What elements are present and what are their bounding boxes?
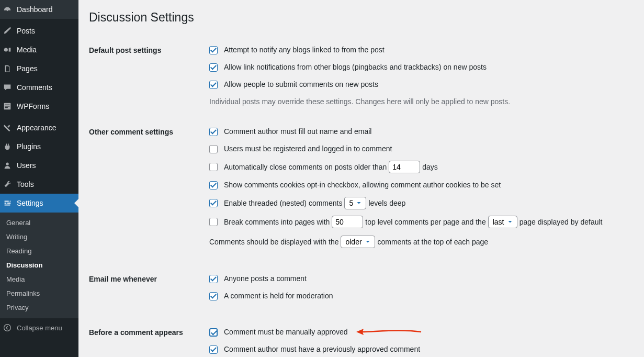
select-comment-order[interactable]: older — [341, 236, 375, 248]
svg-point-3 — [6, 163, 8, 165]
section-heading-default-post: Default post settings — [89, 35, 204, 117]
label-email-anyone: Anyone posts a comment — [224, 273, 307, 284]
plugins-icon — [2, 141, 13, 152]
select-default-page[interactable]: last — [488, 216, 517, 228]
checkbox-paginate[interactable] — [209, 218, 218, 226]
sidebar-item-comments[interactable]: Comments — [0, 78, 78, 97]
checkbox-email-anyone[interactable] — [209, 275, 218, 283]
appearance-icon — [2, 122, 13, 133]
svg-point-1 — [4, 48, 8, 51]
collapse-icon — [2, 322, 13, 333]
label-auto-close-post: days — [422, 162, 438, 173]
sidebar-item-label: Users — [17, 161, 36, 170]
sidebar-item-label: Settings — [17, 199, 43, 207]
sidebar-item-label: Comments — [17, 83, 52, 92]
checkbox-allow-pingbacks[interactable] — [209, 63, 218, 72]
sidebar-item-dashboard[interactable]: Dashboard — [0, 0, 78, 19]
sidebar-item-appearance[interactable]: Appearance — [0, 118, 78, 137]
sidebar-item-label: Tools — [17, 180, 34, 188]
sidebar-item-label: Appearance — [17, 124, 57, 132]
submenu-item-discussion[interactable]: Discussion — [0, 258, 78, 272]
section-heading-before: Before a comment appears — [89, 317, 204, 357]
checkbox-cookies[interactable] — [209, 181, 218, 189]
checkbox-notify-blogs[interactable] — [209, 46, 218, 54]
sidebar-item-pages[interactable]: Pages — [0, 59, 78, 78]
label-order-pre: Comments should be displayed with the — [209, 237, 338, 248]
label-allow-pingbacks: Allow link notifications from other blog… — [224, 62, 487, 73]
settings-submenu: General Writing Reading Discussion Media… — [0, 213, 78, 318]
input-close-days[interactable] — [389, 161, 420, 173]
label-prev-approved: Comment author must have a previously ap… — [224, 344, 420, 355]
label-threaded-pre: Enable threaded (nested) comments — [224, 198, 342, 209]
users-icon — [2, 160, 13, 171]
label-notify-blogs: Attempt to notify any blogs linked to fr… — [224, 44, 385, 55]
label-cookies: Show comments cookies opt-in checkbox, a… — [224, 180, 501, 191]
label-manual-approve: Comment must be manually approved — [224, 327, 348, 338]
sidebar-item-plugins[interactable]: Plugins — [0, 137, 78, 156]
label-order-post: comments at the top of each page — [377, 237, 488, 248]
checkbox-threaded[interactable] — [209, 199, 218, 207]
label-registered: Users must be registered and logged in t… — [224, 143, 392, 154]
submenu-item-general[interactable]: General — [0, 216, 78, 230]
sidebar-item-posts[interactable]: Posts — [0, 21, 78, 40]
checkbox-registered[interactable] — [209, 145, 218, 153]
input-per-page[interactable] — [332, 216, 363, 228]
submenu-item-permalinks[interactable]: Permalinks — [0, 286, 78, 300]
label-paginate-mid: top level comments per page and the — [365, 217, 485, 228]
label-paginate-post: page displayed by default — [519, 217, 603, 228]
checkbox-email-moderation[interactable] — [209, 292, 218, 300]
section-heading-email: Email me whenever — [89, 264, 204, 317]
default-post-note: Individual posts may override these sett… — [209, 96, 628, 107]
sidebar-item-wpforms[interactable]: WPForms — [0, 97, 78, 116]
sidebar-item-users[interactable]: Users — [0, 156, 78, 175]
checkbox-auto-close[interactable] — [209, 163, 218, 171]
label-allow-comments: Allow people to submit comments on new p… — [224, 79, 378, 90]
page-title: Discussion Settings — [89, 10, 634, 25]
checkbox-prev-approved[interactable] — [209, 345, 218, 354]
sidebar-item-settings[interactable]: Settings — [0, 194, 78, 213]
label-email-moderation: A comment is held for moderation — [224, 291, 333, 302]
sidebar-item-label: Posts — [17, 27, 35, 35]
settings-icon — [2, 198, 13, 208]
checkbox-allow-comments[interactable] — [209, 81, 218, 89]
posts-icon — [2, 26, 13, 36]
collapse-label: Collapse menu — [17, 324, 62, 332]
label-threaded-post: levels deep — [368, 198, 405, 209]
submenu-item-reading[interactable]: Reading — [0, 244, 78, 258]
submenu-item-media[interactable]: Media — [0, 272, 78, 286]
checkbox-manual-approve[interactable] — [209, 328, 218, 337]
checkbox-name-email[interactable] — [209, 128, 218, 136]
label-name-email: Comment author must fill out name and em… — [224, 126, 371, 137]
sidebar-item-tools[interactable]: Tools — [0, 175, 78, 194]
admin-sidebar: Dashboard Posts Media Pages Comments WPF… — [0, 0, 78, 357]
svg-point-4 — [4, 325, 11, 331]
dashboard-icon — [2, 4, 13, 15]
sidebar-item-media[interactable]: Media — [0, 40, 78, 59]
sidebar-item-label: Dashboard — [17, 5, 53, 14]
media-icon — [2, 44, 13, 55]
section-heading-other: Other comment settings — [89, 117, 204, 264]
tools-icon — [2, 179, 13, 189]
annotation-arrow-icon — [354, 327, 422, 338]
sidebar-item-label: Plugins — [17, 142, 41, 151]
comments-icon — [2, 82, 13, 93]
label-paginate-pre: Break comments into pages with — [224, 217, 330, 228]
select-thread-depth[interactable]: 5 — [344, 197, 366, 209]
submenu-item-privacy[interactable]: Privacy — [0, 300, 78, 315]
sidebar-item-label: Media — [17, 46, 37, 54]
pages-icon — [2, 63, 13, 74]
sidebar-item-label: WPForms — [17, 102, 49, 110]
label-auto-close-pre: Automatically close comments on posts ol… — [224, 162, 387, 173]
sidebar-item-label: Pages — [17, 64, 38, 73]
collapse-menu-button[interactable]: Collapse menu — [0, 318, 78, 337]
wpforms-icon — [2, 101, 13, 111]
submenu-item-writing[interactable]: Writing — [0, 230, 78, 244]
main-content: Discussion Settings Default post setting… — [78, 0, 644, 357]
